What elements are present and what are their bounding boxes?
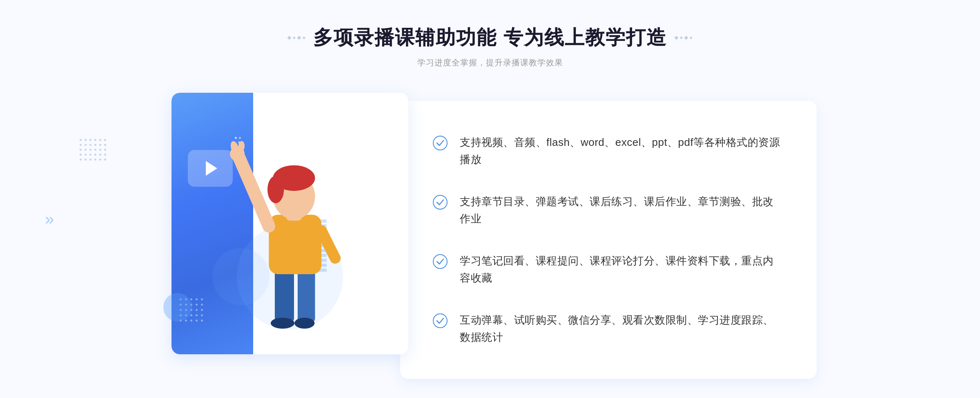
svg-line-10 [321,231,335,258]
features-area: 支持视频、音频、flash、word、excel、ppt、pdf等各种格式的资源… [400,101,817,379]
title-decorator-left [288,36,305,39]
svg-point-2 [271,318,294,329]
person-illustration [212,125,376,354]
svg-rect-0 [275,267,294,322]
feature-text-3: 学习笔记回看、课程提问、课程评论打分、课件资料下载，重点内容收藏 [460,253,784,286]
svg-rect-1 [298,267,315,322]
svg-point-16 [433,255,447,268]
feature-item-4: 互动弹幕、试听购买、微信分享、观看次数限制、学习进度跟踪、数据统计 [433,305,784,352]
svg-point-8 [267,176,284,203]
svg-point-17 [433,314,447,328]
svg-rect-4 [269,215,321,274]
deco-dots-top-left [80,139,106,161]
feature-text-1: 支持视频、音频、flash、word、excel、ppt、pdf等各种格式的资源… [460,134,784,168]
feature-text-2: 支持章节目录、弹题考试、课后练习、课后作业、章节测验、批改作业 [460,193,784,227]
title-decorator-right [675,36,692,39]
left-chevron-deco: » [45,210,54,228]
svg-point-14 [433,136,447,150]
check-icon-1 [433,136,448,150]
page-container: 多项录播课辅助功能 专为线上教学打造 学习进度全掌握，提升录播课教学效果 [0,0,980,398]
svg-point-3 [294,318,314,329]
check-icon-4 [433,313,448,328]
feature-item-2: 支持章节目录、弹题考试、课后练习、课后作业、章节测验、批改作业 [433,187,784,234]
check-icon-3 [433,254,448,269]
svg-point-15 [433,195,447,209]
illustration-area [163,93,416,362]
feature-text-4: 互动弹幕、试听购买、微信分享、观看次数限制、学习进度跟踪、数据统计 [460,312,784,346]
main-content: 支持视频、音频、flash、word、excel、ppt、pdf等各种格式的资源… [163,93,817,379]
check-icon-2 [433,195,448,210]
circle-deco-blue [163,293,192,322]
header-title: 多项录播课辅助功能 专为线上教学打造 [288,25,692,51]
feature-item-1: 支持视频、音频、flash、word、excel、ppt、pdf等各种格式的资源… [433,127,784,174]
header-subtitle: 学习进度全掌握，提升录播课教学效果 [288,57,692,68]
feature-item-3: 学习笔记回看、课程提问、课程评论打分、课件资料下载，重点内容收藏 [433,246,784,293]
svg-line-9 [239,157,269,226]
header-section: 多项录播课辅助功能 专为线上教学打造 学习进度全掌握，提升录播课教学效果 [288,25,692,68]
illustration-card [172,93,408,354]
